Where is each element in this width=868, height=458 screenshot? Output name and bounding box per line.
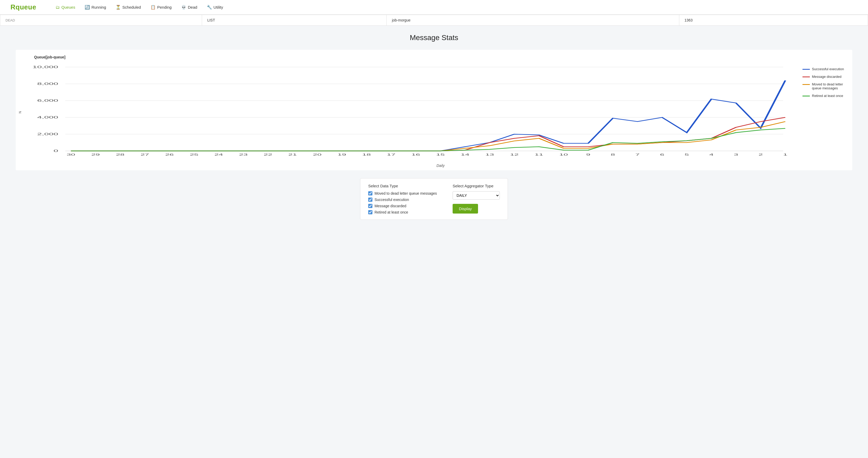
nav-label-pending: Pending bbox=[157, 5, 172, 9]
svg-text:9: 9 bbox=[586, 153, 590, 156]
svg-text:10: 10 bbox=[559, 153, 568, 156]
svg-text:19: 19 bbox=[338, 153, 346, 156]
svg-text:0: 0 bbox=[54, 149, 58, 153]
nav-icon-utility: 🔧 bbox=[207, 5, 212, 10]
checkbox-successful[interactable] bbox=[368, 198, 372, 202]
legend-item-dead-letter: Moved to dead letter queue messages bbox=[803, 82, 847, 90]
svg-text:21: 21 bbox=[288, 153, 297, 156]
svg-text:4,000: 4,000 bbox=[37, 116, 58, 119]
svg-text:6: 6 bbox=[660, 153, 664, 156]
aggregator-label: Select Aggregator Type bbox=[453, 184, 500, 188]
nav-item-running[interactable]: 🔄Running bbox=[81, 3, 110, 11]
data-type-group: Select Data Type Moved to dead letter qu… bbox=[368, 184, 437, 214]
data-type-label: Select Data Type bbox=[368, 184, 437, 188]
legend-line-successful bbox=[803, 69, 810, 70]
checkbox-label-dead-letter: Moved to dead letter queue messages bbox=[374, 191, 437, 195]
svg-text:16: 16 bbox=[411, 153, 420, 156]
svg-text:4: 4 bbox=[709, 153, 713, 156]
nav-icon-running: 🔄 bbox=[85, 5, 90, 10]
legend-label-discarded: Message discarded bbox=[812, 75, 841, 78]
app-logo: Rqueue bbox=[10, 3, 36, 11]
svg-text:2,000: 2,000 bbox=[37, 132, 58, 136]
table-cell-0: DEAD bbox=[0, 15, 202, 26]
legend-label-dead-letter: Moved to dead letter queue messages bbox=[812, 82, 847, 90]
svg-text:30: 30 bbox=[67, 153, 75, 156]
checkbox-label-successful: Successful execution bbox=[374, 198, 409, 202]
svg-text:20: 20 bbox=[313, 153, 321, 156]
checkbox-dead-letter[interactable] bbox=[368, 191, 372, 195]
legend-item-successful: Successful execution bbox=[803, 67, 847, 71]
aggregator-group: Select Aggregator Type DAILYWEEKLYMONTHL… bbox=[453, 184, 500, 214]
nav-item-scheduled[interactable]: ⏳Scheduled bbox=[112, 3, 145, 11]
svg-text:10,000: 10,000 bbox=[32, 65, 58, 69]
nav-item-queues[interactable]: 🗂Queues bbox=[52, 3, 79, 11]
nav-item-pending[interactable]: 📋Pending bbox=[147, 3, 175, 11]
nav-icon-dead: 💀 bbox=[181, 5, 186, 10]
svg-text:13: 13 bbox=[485, 153, 494, 156]
legend-label-retired: Retired at least once bbox=[812, 94, 843, 98]
checkbox-retired[interactable] bbox=[368, 210, 372, 214]
page-title: Message Stats bbox=[16, 34, 852, 42]
svg-text:11: 11 bbox=[535, 153, 543, 156]
main-content: Message Stats Queue[job-queue] N bbox=[0, 26, 868, 228]
controls-section: Select Data Type Moved to dead letter qu… bbox=[16, 178, 852, 220]
nav-icon-pending: 📋 bbox=[150, 5, 156, 10]
legend-line-discarded bbox=[803, 76, 810, 77]
checkbox-item-discarded[interactable]: Message discarded bbox=[368, 204, 437, 208]
svg-text:22: 22 bbox=[264, 153, 272, 156]
aggregator-select[interactable]: DAILYWEEKLYMONTHLY bbox=[453, 191, 500, 200]
svg-text:26: 26 bbox=[165, 153, 174, 156]
controls-box: Select Data Type Moved to dead letter qu… bbox=[360, 178, 508, 220]
svg-text:29: 29 bbox=[91, 153, 100, 156]
queue-table: DEADLISTjob-morgue1363 bbox=[0, 15, 868, 26]
checkbox-item-dead-letter[interactable]: Moved to dead letter queue messages bbox=[368, 191, 437, 195]
display-button[interactable]: Display bbox=[453, 204, 478, 214]
chart-legend: Successful execution Message discarded M… bbox=[803, 62, 847, 98]
queue-table-section: DEADLISTjob-morgue1363 bbox=[0, 15, 868, 26]
svg-text:6,000: 6,000 bbox=[37, 99, 58, 102]
svg-text:17: 17 bbox=[387, 153, 396, 156]
legend-label-successful: Successful execution bbox=[812, 67, 844, 71]
chart-svg: 10,000 8,000 6,000 4,000 2,000 0 30 29 2… bbox=[23, 62, 797, 161]
chart-inner: 10,000 8,000 6,000 4,000 2,000 0 30 29 2… bbox=[23, 62, 797, 162]
nav-label-dead: Dead bbox=[188, 5, 197, 9]
checkbox-label-retired: Retired at least once bbox=[374, 210, 408, 214]
y-axis-label: N bbox=[18, 111, 22, 113]
svg-text:24: 24 bbox=[214, 153, 223, 156]
svg-text:3: 3 bbox=[734, 153, 738, 156]
svg-text:1: 1 bbox=[783, 153, 787, 156]
checkbox-discarded[interactable] bbox=[368, 204, 372, 208]
svg-text:8,000: 8,000 bbox=[37, 82, 58, 86]
checkbox-item-successful[interactable]: Successful execution bbox=[368, 198, 437, 202]
nav-label-utility: Utility bbox=[214, 5, 223, 9]
table-row: DEADLISTjob-morgue1363 bbox=[0, 15, 868, 26]
nav-label-queues: Queues bbox=[61, 5, 75, 9]
table-cell-1: LIST bbox=[202, 15, 386, 26]
svg-text:28: 28 bbox=[116, 153, 124, 156]
chart-container: N 10,000 8,000 6,000 bbox=[18, 62, 847, 162]
svg-text:2: 2 bbox=[758, 153, 763, 156]
svg-text:8: 8 bbox=[611, 153, 615, 156]
table-cell-2: job-morgue bbox=[386, 15, 679, 26]
svg-text:7: 7 bbox=[635, 153, 640, 156]
nav-item-utility[interactable]: 🔧Utility bbox=[203, 3, 227, 11]
nav-label-scheduled: Scheduled bbox=[122, 5, 141, 9]
svg-text:27: 27 bbox=[141, 153, 149, 156]
svg-text:25: 25 bbox=[190, 153, 198, 156]
svg-text:5: 5 bbox=[685, 153, 689, 156]
chart-queue-label: Queue[job-queue] bbox=[34, 55, 847, 59]
nav-item-dead[interactable]: 💀Dead bbox=[178, 3, 201, 11]
nav-label-running: Running bbox=[91, 5, 106, 9]
svg-text:15: 15 bbox=[436, 153, 445, 156]
nav-icon-queues: 🗂 bbox=[56, 5, 60, 10]
checkbox-group: Moved to dead letter queue messages Succ… bbox=[368, 191, 437, 214]
checkbox-label-discarded: Message discarded bbox=[374, 204, 406, 208]
svg-text:18: 18 bbox=[362, 153, 371, 156]
legend-item-discarded: Message discarded bbox=[803, 75, 847, 78]
x-axis-label: Daily bbox=[34, 163, 847, 168]
legend-item-retired: Retired at least once bbox=[803, 94, 847, 98]
legend-line-retired bbox=[803, 96, 810, 96]
nav-icon-scheduled: ⏳ bbox=[116, 5, 121, 10]
chart-wrapper: Queue[job-queue] N 10,000 8,00 bbox=[16, 50, 852, 170]
checkbox-item-retired[interactable]: Retired at least once bbox=[368, 210, 437, 214]
